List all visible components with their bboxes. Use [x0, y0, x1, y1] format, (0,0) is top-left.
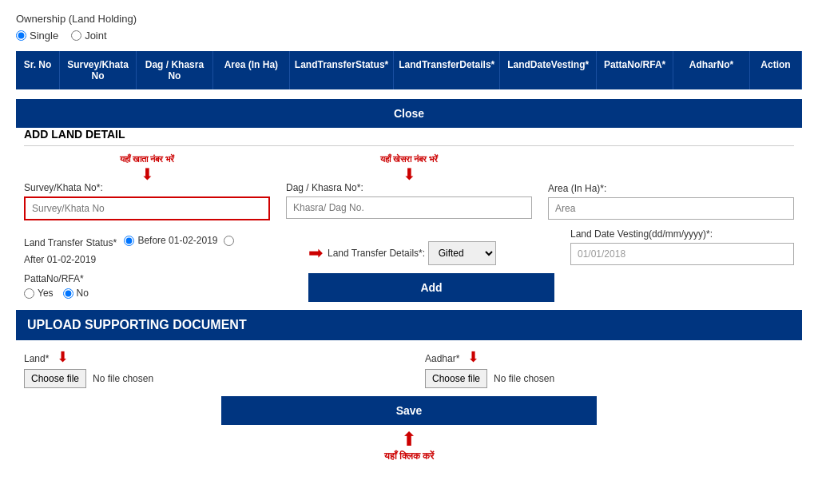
- col-lts: LandTransferStatus*: [290, 51, 394, 89]
- aadhar-file-text: No file chosen: [494, 373, 554, 384]
- aadhar-upload-group: Aadhar* ⬇ Choose file No file chosen: [425, 348, 794, 388]
- add-land-section: ADD LAND DETAIL यहाँ खाता नंबर भरें ⬇ Su…: [16, 128, 802, 302]
- form-row-1: यहाँ खाता नंबर भरें ⬇ Survey/Khata No*: …: [24, 154, 794, 220]
- dag-annotation: यहाँ खेसरा नंबर भरें ⬇: [286, 154, 532, 182]
- survey-group: यहाँ खाता नंबर भरें ⬇ Survey/Khata No*:: [24, 154, 270, 220]
- ldv-label: Land Date Vesting(dd/mm/yyyy)*:: [570, 228, 794, 240]
- section-title: ADD LAND DETAIL: [24, 128, 794, 146]
- patta-group: PattaNo/RFA* Yes No: [24, 273, 292, 302]
- area-input[interactable]: [548, 197, 794, 220]
- ltd-inner: Land Transfer Details*: Gifted Sold Inhe…: [328, 241, 554, 265]
- col-ldv: LandDateVesting*: [500, 51, 597, 89]
- lts-radio-after[interactable]: [224, 236, 234, 246]
- save-hindi-note: यहाँ क्लिक करें: [384, 450, 435, 462]
- form-row-3: PattaNo/RFA* Yes No Add: [24, 273, 794, 302]
- aadhar-upload-label: Aadhar* ⬇: [425, 348, 794, 366]
- survey-input[interactable]: [24, 196, 270, 220]
- lts-radio-before[interactable]: Before 01-02-2019: [124, 235, 217, 246]
- lts-label: Land Transfer Status* Before 01-02-2019: [24, 235, 292, 249]
- lts-radio-after-input[interactable]: [224, 236, 234, 246]
- aadhar-file-input-row: Choose file No file chosen: [425, 369, 794, 388]
- land-upload-group: Land* ⬇ Choose file No file chosen: [24, 348, 393, 388]
- upload-content: Land* ⬇ Choose file No file chosen Aadha…: [16, 348, 802, 462]
- patta-yes-input[interactable]: [24, 288, 34, 299]
- land-choose-file-button[interactable]: Choose file: [24, 369, 86, 388]
- patta-radio-yes[interactable]: Yes: [24, 288, 54, 299]
- aadhar-arrow-icon: ⬇: [467, 349, 479, 365]
- dag-input[interactable]: [286, 196, 532, 219]
- ltd-select[interactable]: Gifted Sold Inherited: [428, 241, 496, 265]
- land-upload-label: Land* ⬇: [24, 348, 393, 366]
- ltd-label: Land Transfer Details*:: [328, 248, 425, 259]
- col-srno: Sr. No: [16, 51, 60, 89]
- land-arrow-icon: ⬇: [57, 349, 69, 365]
- lts-radio-before-input[interactable]: [124, 236, 134, 246]
- dag-arrow-icon: ⬇: [403, 166, 416, 182]
- patta-no-input[interactable]: [63, 288, 73, 299]
- save-annotation: ⬆ यहाँ क्लिक करें: [384, 428, 435, 462]
- save-btn-wrapper: Save: [221, 396, 597, 425]
- main-container: Ownership (Land Holding) Single Joint Sr…: [0, 0, 818, 474]
- col-area: Area (In Ha): [213, 51, 290, 89]
- dag-label: Dag / Khasra No*:: [286, 182, 532, 193]
- area-group: Area (In Ha)*:: [548, 183, 794, 220]
- lts-group: Land Transfer Status* Before 01-02-2019 …: [24, 235, 292, 265]
- ownership-section: Ownership (Land Holding) Single Joint: [16, 13, 802, 42]
- ltd-group: ➡ Land Transfer Details*: Gifted Sold In…: [308, 241, 554, 265]
- radio-single[interactable]: Single: [16, 30, 58, 42]
- aadhar-choose-file-button[interactable]: Choose file: [425, 369, 487, 388]
- col-patta: PattaNo/RFA*: [597, 51, 673, 89]
- add-button[interactable]: Add: [308, 273, 554, 302]
- ldv-group: Land Date Vesting(dd/mm/yyyy)*:: [570, 228, 794, 265]
- area-label: Area (In Ha)*:: [548, 183, 794, 194]
- col-dag: Dag / Khasra No: [137, 51, 213, 89]
- add-btn-area: Add: [308, 273, 554, 302]
- dag-group: यहाँ खेसरा नंबर भरें ⬇ Dag / Khasra No*:: [286, 154, 532, 219]
- ltd-with-arrow: ➡ Land Transfer Details*: Gifted Sold In…: [308, 241, 554, 265]
- patta-label: PattaNo/RFA*: [24, 273, 292, 284]
- survey-annotation: यहाँ खाता नंबर भरें ⬇: [24, 154, 270, 182]
- radio-joint-input[interactable]: [71, 30, 81, 41]
- radio-joint[interactable]: Joint: [71, 30, 106, 42]
- dag-hindi-note: यहाँ खेसरा नंबर भरें: [380, 154, 438, 165]
- survey-arrow-icon: ⬇: [141, 166, 154, 182]
- save-area: Save ⬆ यहाँ क्लिक करें: [24, 396, 794, 462]
- upload-row: Land* ⬇ Choose file No file chosen Aadha…: [24, 348, 794, 388]
- land-file-text: No file chosen: [93, 373, 153, 384]
- close-button[interactable]: Close: [16, 99, 802, 128]
- radio-single-input[interactable]: [16, 30, 26, 41]
- ltd-arrow-icon: ➡: [308, 243, 323, 264]
- col-ltd: LandTransferDetails*: [394, 51, 500, 89]
- save-up-arrow-icon: ⬆: [401, 428, 417, 450]
- upload-section-header: UPLOAD SUPPORTING DOCUMENT: [16, 310, 802, 340]
- col-action: Action: [750, 51, 802, 89]
- radio-group: Single Joint: [16, 30, 802, 42]
- land-file-input-row: Choose file No file chosen: [24, 369, 393, 388]
- col-adhar: AdharNo*: [673, 51, 750, 89]
- lts-after-label: After 01-02-2019: [24, 254, 292, 265]
- ldv-input[interactable]: [570, 243, 794, 265]
- ownership-label: Ownership (Land Holding): [16, 13, 802, 25]
- table-header: Sr. No Survey/Khata No Dag / Khasra No A…: [16, 51, 802, 89]
- patta-radio-group: Yes No: [24, 288, 292, 302]
- patta-radio-no[interactable]: No: [63, 288, 89, 299]
- survey-hindi-note: यहाँ खाता नंबर भरें: [120, 154, 174, 165]
- col-survey: Survey/Khata No: [60, 51, 137, 89]
- form-row-2: Land Transfer Status* Before 01-02-2019 …: [24, 228, 794, 265]
- survey-label: Survey/Khata No*:: [24, 182, 270, 193]
- save-button[interactable]: Save: [221, 396, 597, 425]
